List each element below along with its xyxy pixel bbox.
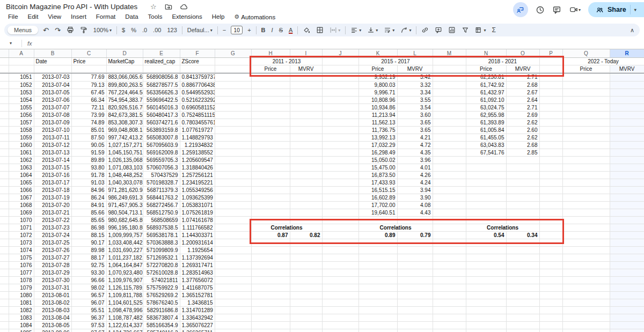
cell-2015-mvrv[interactable]: 4.35: [397, 149, 433, 156]
cell-2015-mvrv[interactable]: 4.72: [397, 141, 433, 149]
cell-marketcap[interactable]: 1,011,237,182.0: [106, 254, 143, 261]
cell-date[interactable]: 2013-07-06: [34, 96, 71, 104]
cell-2015-price[interactable]: [358, 306, 397, 314]
cell-empty[interactable]: [322, 104, 358, 111]
bold-button[interactable]: B: [260, 27, 267, 33]
borders-icon[interactable]: [315, 26, 325, 34]
cell-realized-cap[interactable]: 569162009.8: [143, 149, 180, 156]
cell-date[interactable]: 2013-07-04: [34, 81, 71, 88]
cell-2018-price[interactable]: [466, 179, 506, 186]
cell-2011-price[interactable]: [251, 254, 290, 261]
format-percent-button[interactable]: %: [130, 27, 137, 33]
cell-realized-cap[interactable]: 568711379.3: [143, 186, 180, 194]
cell-empty[interactable]: [539, 209, 562, 216]
decrease-decimal-button[interactable]: .0: [141, 27, 148, 33]
cell-2011-mvrv[interactable]: [290, 111, 322, 119]
cell-2022-mvrv[interactable]: [610, 149, 644, 156]
cell-2015-mvrv[interactable]: 3.96: [397, 156, 433, 164]
cell-marketcap[interactable]: 899,800,263.55: [106, 81, 143, 88]
cell-2015-mvrv[interactable]: [397, 254, 433, 261]
cell-index[interactable]: 1055: [9, 104, 34, 111]
cell-empty[interactable]: [539, 314, 562, 321]
cell-empty[interactable]: [539, 149, 562, 156]
cell-marketcap[interactable]: 971,281,620.94: [106, 186, 143, 194]
cell-marketcap[interactable]: 853,308,307.32: [106, 119, 143, 126]
cell-2018-mvrv[interactable]: [506, 284, 539, 291]
cell-realized-cap[interactable]: 569538178.1: [143, 231, 180, 239]
cell-2011-mvrv[interactable]: [290, 284, 322, 291]
cell-zscore[interactable]: 1.259138552: [180, 149, 215, 156]
cell-price[interactable]: 92.75: [71, 261, 106, 269]
cell-empty[interactable]: [539, 269, 562, 276]
cell-index[interactable]: 1081: [9, 299, 34, 306]
cell-2018-mvrv[interactable]: 2.64: [506, 96, 539, 104]
cell-empty[interactable]: [215, 57, 251, 65]
cell-2018-mvrv[interactable]: [506, 194, 539, 201]
cell-empty[interactable]: [215, 119, 251, 126]
vertical-align-icon[interactable]: ▾: [366, 26, 379, 34]
cell-2015-price[interactable]: 15,475.00: [358, 164, 397, 171]
cell-2018-mvrv[interactable]: [506, 186, 539, 194]
cell-marketcap[interactable]: 767,224,464.54: [106, 88, 143, 96]
cell-date[interactable]: 2013-07-18: [34, 186, 71, 194]
cell-2011-mvrv[interactable]: [290, 179, 322, 186]
cell-2011-mvrv[interactable]: [290, 306, 322, 314]
increase-decimal-button[interactable]: .00: [152, 27, 162, 33]
cell-2018-price[interactable]: 61,432.97: [466, 88, 506, 96]
cell-empty[interactable]: [539, 134, 562, 141]
cell-gutter[interactable]: [0, 231, 9, 239]
cell-2015-price[interactable]: 16,298.49: [358, 149, 397, 156]
cell-2011-mvrv[interactable]: [290, 246, 322, 254]
cell-date[interactable]: 2013-07-19: [34, 194, 71, 201]
cell-zscore[interactable]: 1.137392694: [180, 254, 215, 261]
cell-empty[interactable]: [322, 179, 358, 186]
cell-marketcap[interactable]: 1,104,601,525.6: [106, 299, 143, 306]
cell-empty[interactable]: [322, 88, 358, 96]
cell-index[interactable]: 1074: [9, 246, 34, 254]
cell-2011-price[interactable]: [251, 171, 290, 179]
cell-marketcap[interactable]: 1,109,976,907.5: [106, 276, 143, 284]
cell-2015-price[interactable]: 9,996.71: [358, 88, 397, 96]
cell-gutter[interactable]: [0, 291, 9, 299]
cell-date[interactable]: 2013-07-21: [34, 209, 71, 216]
cell-empty[interactable]: [322, 224, 358, 231]
cell-empty[interactable]: [433, 57, 466, 65]
cell-empty[interactable]: [215, 306, 251, 314]
cell-2022-price[interactable]: [562, 321, 610, 329]
cell-marketcap[interactable]: 1,126,115,789.5: [106, 284, 143, 291]
cell-empty[interactable]: [539, 216, 562, 224]
cell-price[interactable]: 91.03: [71, 179, 106, 186]
cell-empty[interactable]: [215, 164, 251, 171]
filter-icon[interactable]: [460, 26, 470, 34]
cell-2015-mvrv[interactable]: 4.26: [397, 171, 433, 179]
cell-2015-mvrv[interactable]: [397, 321, 433, 329]
cell-zscore[interactable]: 1.365076227: [180, 321, 215, 329]
cell-2018-mvrv[interactable]: [506, 276, 539, 284]
cell-marketcap[interactable]: 1,070,923,480.1: [106, 269, 143, 276]
star-icon[interactable]: ☆: [150, 3, 157, 11]
cell-empty[interactable]: [180, 65, 215, 72]
cell-price[interactable]: 90.05: [71, 141, 106, 149]
cell-gutter[interactable]: [0, 276, 9, 284]
cell-2022-mvrv[interactable]: [610, 141, 644, 149]
menu-view[interactable]: View: [44, 13, 65, 21]
cell-empty[interactable]: [215, 104, 251, 111]
cell-2022-price[interactable]: [562, 209, 610, 216]
cell-gutter[interactable]: [0, 299, 9, 306]
cell-2011-mvrv[interactable]: [290, 81, 322, 88]
cell-empty[interactable]: [215, 284, 251, 291]
cell-empty[interactable]: [322, 57, 358, 65]
cell-2011-mvrv[interactable]: [290, 171, 322, 179]
cell-index[interactable]: 1053: [9, 88, 34, 96]
cell-2015-mvrv[interactable]: [397, 314, 433, 321]
cell-empty[interactable]: [433, 104, 466, 111]
text-rotation-icon[interactable]: ▾: [399, 26, 412, 34]
cell-2015-mvrv[interactable]: 3.34: [397, 88, 433, 96]
cell-zscore[interactable]: 1.144303371: [180, 231, 215, 239]
cell-empty[interactable]: [322, 134, 358, 141]
cell-2011-price[interactable]: [251, 216, 290, 224]
cell-empty[interactable]: [322, 96, 358, 104]
cell-2011-price[interactable]: [251, 291, 290, 299]
cell-price[interactable]: 96.37: [71, 314, 106, 321]
cell-date[interactable]: 2013-07-03: [34, 73, 71, 81]
